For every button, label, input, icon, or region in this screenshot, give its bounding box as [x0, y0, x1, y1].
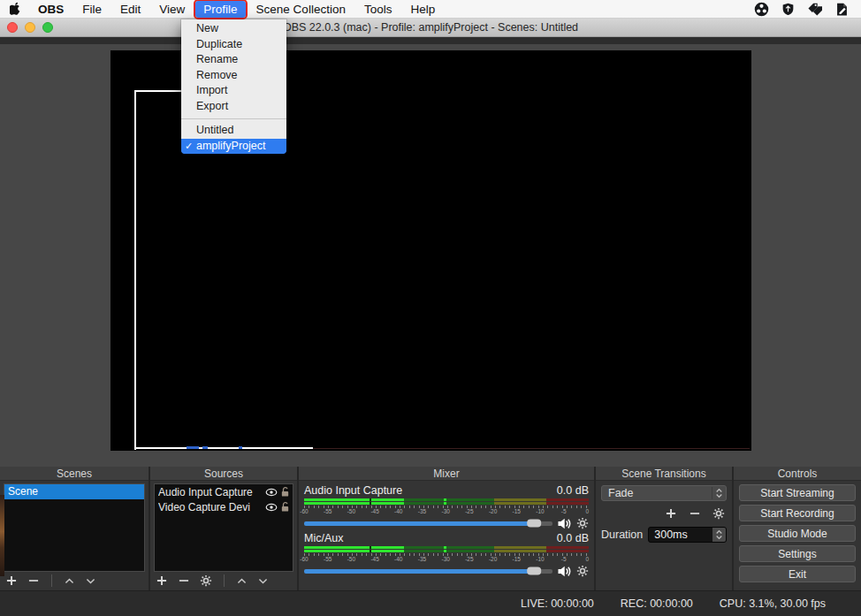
stepper-icon[interactable]: [712, 528, 726, 542]
add-transition-button[interactable]: [665, 507, 677, 520]
menu-item-label: amplifyProject: [196, 139, 266, 155]
source-properties-button[interactable]: [200, 574, 212, 587]
menubar-item-file[interactable]: File: [74, 1, 110, 18]
start-recording-button[interactable]: Start Recording: [739, 505, 856, 521]
cpu-fps: CPU: 3.1%, 30.00 fps: [720, 597, 826, 610]
sources-panel-title: Sources: [150, 467, 297, 481]
menubar-item-view[interactable]: View: [151, 1, 193, 18]
profile-menu: NewDuplicateRenameRemoveImportExportUnti…: [181, 19, 286, 154]
exit-button[interactable]: Exit: [739, 566, 856, 582]
menubar-item-help[interactable]: Help: [402, 1, 443, 18]
settings-button[interactable]: Settings: [739, 545, 856, 562]
scenes-panel: Scenes Scene: [0, 467, 149, 590]
speaker-icon[interactable]: [557, 517, 572, 530]
volume-slider-handle[interactable]: [528, 567, 542, 575]
transition-selected-value: Fade: [602, 487, 712, 499]
preview-area: [0, 44, 861, 467]
menu-separator: [181, 118, 286, 119]
shield-icon[interactable]: [781, 2, 795, 17]
meter-tick-labels: -60-55-50-45-40-35-30-25-20-15-10-50: [304, 556, 589, 563]
mixer-channel-mic-aux: Mic/Aux0.0 dB-60-55-50-45-40-35-30-25-20…: [304, 532, 589, 577]
visibility-eye-icon[interactable]: [265, 486, 278, 498]
mixer-channel-audio-input-capture: Audio Input Capture0.0 dB-60-55-50-45-40…: [304, 484, 589, 529]
mixer-db-value: 0.0 dB: [557, 484, 589, 497]
channel-settings-gear-icon[interactable]: [576, 517, 589, 529]
lock-icon[interactable]: [279, 501, 291, 513]
sources-list[interactable]: Audio Input CaptureVideo Capture Devi: [154, 483, 293, 572]
status-bar: LIVE: 00:00:00 REC: 00:00:00 CPU: 3.1%, …: [0, 590, 861, 616]
volume-slider[interactable]: [304, 521, 552, 526]
menu-item-import[interactable]: Import: [181, 83, 286, 99]
source-list-item[interactable]: Video Capture Devi: [155, 499, 293, 514]
window-titlebar: OBS 22.0.3 (mac) - Profile: amplifyProje…: [0, 19, 861, 37]
mixer-channel-name: Audio Input Capture: [304, 484, 402, 497]
mixer-db-value: 0.0 dB: [557, 532, 589, 544]
lock-icon[interactable]: [279, 486, 291, 498]
remove-scene-button[interactable]: [27, 574, 40, 587]
source-list-item[interactable]: Audio Input Capture: [155, 484, 293, 499]
start-streaming-button[interactable]: Start Streaming: [739, 484, 856, 501]
menu-item-new[interactable]: New: [181, 21, 286, 37]
menubar-item-scene-collection[interactable]: Scene Collection: [248, 1, 354, 18]
volume-slider[interactable]: [304, 569, 552, 574]
menu-item-remove[interactable]: Remove: [181, 68, 286, 84]
rec-time: REC: 00:00:00: [621, 597, 693, 610]
menu-item-label: Export: [196, 99, 228, 115]
duration-label: Duration: [601, 529, 643, 541]
menu-item-label: New: [196, 21, 218, 37]
menu-item-amplifyproject[interactable]: ✓amplifyProject: [181, 139, 286, 155]
menu-item-label: Untitled: [196, 123, 233, 139]
document-edit-icon[interactable]: [835, 2, 849, 17]
obs-window: Scenes Scene Sources Audio Input Capture…: [0, 37, 861, 616]
window-title: OBS 22.0.3 (mac) - Profile: amplifyProje…: [0, 21, 861, 34]
move-source-down-button[interactable]: [257, 575, 269, 587]
move-scene-up-button[interactable]: [64, 575, 75, 587]
menubar-item-tools[interactable]: Tools: [356, 1, 400, 18]
menu-item-rename[interactable]: Rename: [181, 52, 286, 68]
menu-item-label: Duplicate: [196, 37, 242, 53]
audio-level-meter: [304, 498, 589, 505]
obs-logo-icon[interactable]: [754, 2, 769, 17]
duration-spinbox[interactable]: 300ms: [648, 527, 727, 543]
apple-icon[interactable]: [9, 2, 23, 16]
close-window-button[interactable]: [7, 22, 18, 33]
transition-properties-button[interactable]: [712, 507, 725, 520]
menu-item-untitled[interactable]: Untitled: [181, 123, 286, 139]
menubar-item-profile[interactable]: Profile: [195, 1, 245, 18]
menubar-item-edit[interactable]: Edit: [112, 1, 149, 18]
source-name: Video Capture Devi: [158, 501, 265, 513]
move-scene-down-button[interactable]: [85, 575, 96, 587]
video-speck: [187, 446, 199, 449]
volume-slider-handle[interactable]: [528, 520, 542, 528]
menubar-item-obs[interactable]: OBS: [30, 1, 72, 18]
scenes-panel-title: Scenes: [0, 467, 149, 481]
macos-menubar: OBSFileEditViewProfileScene CollectionTo…: [0, 0, 861, 19]
transitions-panel-title: Scene Transitions: [596, 467, 732, 481]
scene-list-item[interactable]: Scene: [4, 484, 144, 499]
zoom-window-button[interactable]: [42, 22, 53, 33]
scenes-list[interactable]: Scene: [4, 483, 145, 572]
remove-transition-button[interactable]: [689, 507, 701, 520]
move-source-up-button[interactable]: [236, 575, 248, 587]
controls-panel: Controls Start StreamingStart RecordingS…: [734, 467, 861, 590]
stepper-icon[interactable]: [712, 487, 726, 499]
window-top-strip: [0, 37, 861, 44]
transition-select[interactable]: Fade: [601, 485, 727, 501]
bounding-box-bottom-edge: [134, 447, 313, 449]
menu-item-duplicate[interactable]: Duplicate: [181, 37, 286, 53]
add-source-button[interactable]: [156, 574, 168, 587]
menu-item-label: Remove: [196, 68, 238, 84]
scene-transitions-panel: Scene Transitions Fade Duration 300ms: [596, 467, 732, 590]
channel-settings-gear-icon[interactable]: [576, 565, 589, 577]
minimize-window-button[interactable]: [25, 22, 35, 33]
remove-source-button[interactable]: [178, 574, 190, 587]
bounding-box-top-edge: [134, 90, 182, 92]
duration-value: 300ms: [649, 528, 712, 542]
visibility-eye-icon[interactable]: [265, 501, 278, 513]
menu-item-export[interactable]: Export: [181, 99, 286, 115]
tags-icon[interactable]: [807, 2, 823, 16]
sources-panel: Sources Audio Input CaptureVideo Capture…: [150, 467, 297, 590]
speaker-icon[interactable]: [557, 565, 572, 578]
studio-mode-button[interactable]: Studio Mode: [739, 525, 856, 542]
add-scene-button[interactable]: [5, 574, 18, 587]
